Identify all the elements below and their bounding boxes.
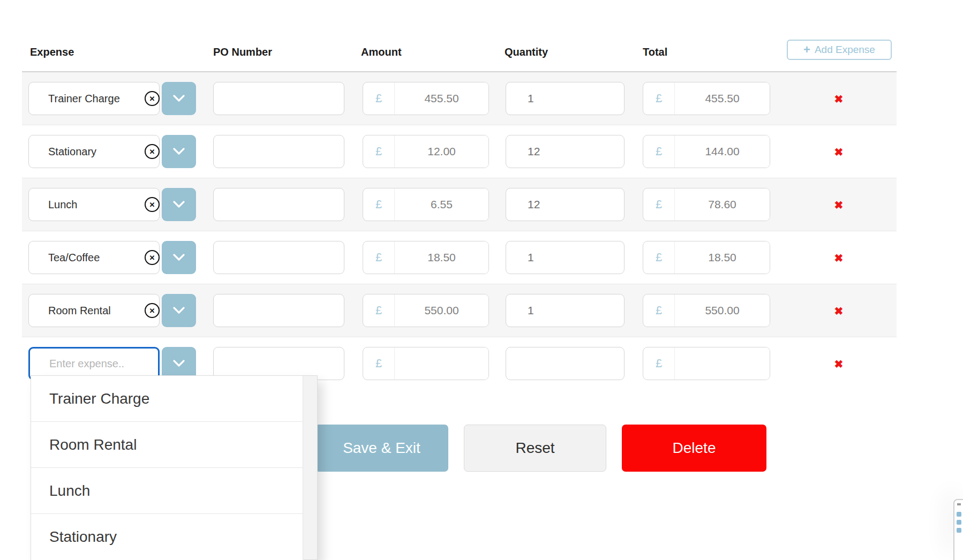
clear-expense-icon[interactable]: ✕ [145,91,160,106]
chevron-down-icon [172,148,185,155]
amount-field: £ [363,347,489,380]
pound-symbol: £ [363,347,395,380]
chevron-down-icon [172,307,185,314]
widget-icon[interactable] [957,528,961,533]
amount-input[interactable] [395,135,488,168]
dropdown-option[interactable]: Lunch [31,468,303,514]
total-input[interactable] [675,294,770,327]
pound-symbol: £ [643,188,675,221]
expense-row: ✕ £ £ ✖ [22,231,897,284]
total-field: £ [643,294,770,327]
dropdown-scrollbar[interactable] [303,376,317,559]
quantity-input[interactable] [506,135,625,168]
widget-icon[interactable] [957,520,961,525]
expense-row: ✕ £ £ ✖ [22,284,897,337]
total-input[interactable] [675,135,770,168]
remove-row-icon[interactable]: ✖ [823,251,855,266]
chevron-down-icon [172,95,185,102]
amount-field: £ [363,82,489,115]
expense-dropdown-toggle[interactable] [162,188,196,221]
po-number-input[interactable] [213,294,344,327]
total-field: £ [643,347,770,380]
amount-field: £ [363,241,489,274]
remove-row-icon[interactable]: ✖ [823,304,855,319]
total-input[interactable] [675,241,770,274]
column-header-expense: Expense [30,46,74,58]
clear-expense-icon[interactable]: ✕ [145,197,160,212]
add-expense-button[interactable]: + Add Expense [787,40,892,60]
expense-row: ✕ £ £ ✖ [22,71,897,125]
plus-icon: + [803,44,810,56]
remove-row-icon[interactable]: ✖ [823,357,855,372]
amount-input[interactable] [395,188,488,221]
chevron-down-icon [172,254,185,261]
pound-symbol: £ [363,241,395,274]
pound-symbol: £ [363,82,395,115]
expense-dropdown-toggle[interactable] [162,241,196,274]
expense-name-input[interactable] [28,188,160,221]
expense-dropdown-menu: Trainer ChargeRoom RentalLunchStationary [31,375,318,560]
expense-name-input[interactable] [28,135,160,168]
column-header-total: Total [643,46,667,58]
po-number-input[interactable] [213,82,344,115]
clear-expense-icon[interactable]: ✕ [145,144,160,159]
dropdown-option[interactable]: Room Rental [31,422,303,468]
expense-dropdown-toggle[interactable] [162,135,196,168]
remove-row-icon[interactable]: ✖ [823,92,855,107]
column-header-amount: Amount [361,46,402,58]
widget-handle-icon [957,503,961,505]
po-number-input[interactable] [213,241,344,274]
reset-button[interactable]: Reset [464,425,606,472]
quantity-input[interactable] [506,188,625,221]
column-header-quantity: Quantity [505,46,548,58]
quantity-input[interactable] [506,347,625,380]
po-number-input[interactable] [213,135,344,168]
total-input[interactable] [675,82,770,115]
expense-editor-page: Expense PO Number Amount Quantity Total … [0,0,963,560]
add-expense-label: Add Expense [815,44,875,56]
pound-symbol: £ [363,294,395,327]
expense-dropdown-toggle[interactable] [162,294,196,327]
pound-symbol: £ [643,241,675,274]
total-field: £ [643,135,770,168]
column-header-po-number: PO Number [213,46,272,58]
dropdown-option[interactable]: Stationary [31,514,303,560]
delete-button[interactable]: Delete [622,425,766,472]
quantity-input[interactable] [506,82,625,115]
dropdown-option[interactable]: Trainer Charge [31,376,303,422]
pound-symbol: £ [643,294,675,327]
total-field: £ [643,82,770,115]
total-field: £ [643,188,770,221]
total-input[interactable] [675,188,770,221]
expense-name-input[interactable] [28,82,160,115]
expense-row: ✕ £ £ ✖ [22,178,897,231]
expense-row: ✕ £ £ ✖ [22,125,897,178]
pound-symbol: £ [363,188,395,221]
amount-field: £ [363,135,489,168]
amount-input[interactable] [395,241,488,274]
remove-row-icon[interactable]: ✖ [823,198,855,213]
clear-expense-icon[interactable]: ✕ [145,303,160,318]
pound-symbol: £ [643,82,675,115]
expense-name-input[interactable] [28,241,160,274]
pound-symbol: £ [363,135,395,168]
amount-input[interactable] [395,294,488,327]
quantity-input[interactable] [506,241,625,274]
total-field: £ [643,241,770,274]
corner-widget-panel [953,499,963,560]
po-number-input[interactable] [213,188,344,221]
pound-symbol: £ [643,347,675,380]
amount-input[interactable] [395,82,488,115]
amount-input[interactable] [395,347,488,380]
total-input[interactable] [675,347,770,380]
widget-icon[interactable] [957,512,961,517]
expense-dropdown-toggle[interactable] [162,82,196,115]
clear-expense-icon[interactable]: ✕ [145,250,160,265]
pound-symbol: £ [643,135,675,168]
quantity-input[interactable] [506,294,625,327]
remove-row-icon[interactable]: ✖ [823,145,855,160]
chevron-down-icon [172,201,185,208]
expense-name-input[interactable] [28,294,160,327]
chevron-down-icon [172,360,185,367]
save-exit-button[interactable]: Save & Exit [315,425,448,472]
